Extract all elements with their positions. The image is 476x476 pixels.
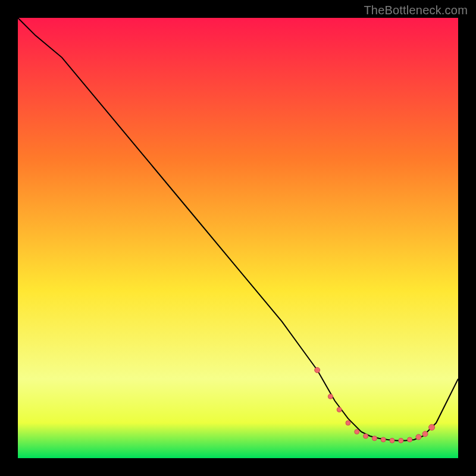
curve-marker [364,434,368,439]
curve-marker [328,394,333,399]
curve-marker [346,421,350,425]
curve-marker [372,436,377,441]
curve-marker [355,430,359,434]
watermark-text: TheBottleneck.com [364,4,468,17]
chart-svg [18,18,458,458]
curve-marker [390,438,394,443]
curve-marker [422,431,428,437]
curve-marker [337,408,342,412]
curve-marker [399,438,403,443]
curve-marker [416,434,421,440]
curve-marker [381,437,386,442]
curve-marker [429,424,435,430]
curve-marker [408,437,412,442]
chart-stage: TheBottleneck.com [0,0,476,476]
curve-marker [315,368,320,373]
plot-area [18,18,458,458]
